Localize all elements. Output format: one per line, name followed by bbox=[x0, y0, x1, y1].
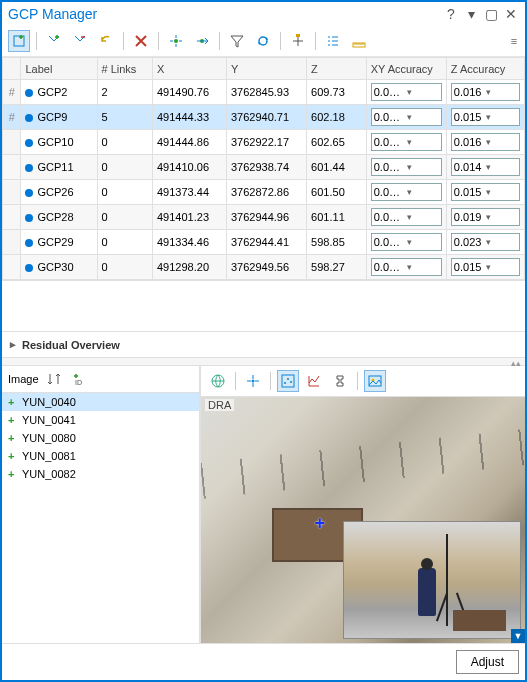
titlebar: GCP Manager ? ▾ ▢ ✕ bbox=[2, 2, 525, 26]
viewer-scene-fence bbox=[201, 429, 525, 499]
measure-button[interactable] bbox=[348, 30, 370, 52]
zoom-to-all-button[interactable] bbox=[191, 30, 213, 52]
chevron-right-icon: ▸ bbox=[10, 338, 16, 351]
table-blank-area bbox=[2, 281, 525, 331]
image-viewer[interactable]: DRA + ▼ bbox=[201, 397, 525, 643]
globe-button[interactable] bbox=[207, 370, 229, 392]
cell-zacc[interactable]: 0.019▾ bbox=[446, 205, 524, 230]
col-label[interactable]: Label bbox=[21, 58, 97, 80]
status-dot-icon bbox=[25, 264, 33, 272]
export-gcps-button[interactable] bbox=[69, 30, 91, 52]
maximize-icon[interactable]: ▢ bbox=[483, 6, 499, 22]
image-list-item[interactable]: +YUN_0080 bbox=[2, 429, 199, 447]
cell-xyacc[interactable]: 0.00781025▾ bbox=[366, 255, 446, 280]
undo-button[interactable] bbox=[95, 30, 117, 52]
table-row[interactable]: GCP260491373.443762872.86601.500.0078102… bbox=[3, 180, 525, 205]
col-zacc[interactable]: Z Accuracy bbox=[446, 58, 524, 80]
chevron-down-icon[interactable]: ▾ bbox=[407, 162, 439, 172]
chevron-down-icon[interactable]: ▾ bbox=[407, 262, 439, 272]
table-row[interactable]: GCP280491401.233762944.96601.110.0106301… bbox=[3, 205, 525, 230]
image-name: YUN_0082 bbox=[22, 468, 76, 480]
image-list-item[interactable]: +YUN_0040 bbox=[2, 393, 199, 411]
help-icon[interactable]: ? bbox=[443, 6, 459, 22]
svg-point-7 bbox=[252, 380, 255, 383]
cell-xyacc[interactable]: 0.00781025▾ bbox=[366, 155, 446, 180]
refresh-button[interactable] bbox=[252, 30, 274, 52]
cell-xyacc[interactable]: 0.008602325▾ bbox=[366, 130, 446, 155]
row-marker: # bbox=[3, 105, 21, 130]
cell-zacc[interactable]: 0.016▾ bbox=[446, 80, 524, 105]
table-row[interactable]: GCP110491410.063762938.74601.440.0078102… bbox=[3, 155, 525, 180]
sort-images-button[interactable] bbox=[45, 370, 63, 388]
viewer-dropdown-button[interactable]: ▼ bbox=[511, 629, 525, 643]
image-list-item[interactable]: +YUN_0081 bbox=[2, 447, 199, 465]
table-row[interactable]: GCP100491444.863762922.17602.650.0086023… bbox=[3, 130, 525, 155]
cell-y: 3762872.86 bbox=[226, 180, 306, 205]
cell-xyacc[interactable]: 0.00781025▾ bbox=[366, 180, 446, 205]
cell-xyacc[interactable]: 0.006403124▾ bbox=[366, 80, 446, 105]
chevron-down-icon[interactable]: ▾ bbox=[486, 187, 517, 197]
list-view-button[interactable] bbox=[322, 30, 344, 52]
scatter-view-button[interactable] bbox=[277, 370, 299, 392]
residual-overview-header[interactable]: ▸ Residual Overview bbox=[2, 331, 525, 358]
chevron-down-icon[interactable]: ▾ bbox=[486, 237, 517, 247]
cell-xyacc[interactable]: 0.008602325▾ bbox=[366, 105, 446, 130]
chevron-down-icon[interactable]: ▾ bbox=[407, 237, 439, 247]
cell-xyacc[interactable]: 0.012806248▾ bbox=[366, 230, 446, 255]
row-marker bbox=[3, 230, 21, 255]
add-gcp-button[interactable] bbox=[8, 30, 30, 52]
table-row[interactable]: #GCP22491490.763762845.93609.730.0064031… bbox=[3, 80, 525, 105]
col-xyacc[interactable]: XY Accuracy bbox=[366, 58, 446, 80]
image-view-button[interactable] bbox=[364, 370, 386, 392]
chevron-down-icon[interactable]: ▾ bbox=[486, 262, 517, 272]
profile-view-button[interactable] bbox=[303, 370, 325, 392]
inset-person bbox=[418, 568, 436, 616]
chevron-down-icon[interactable]: ▾ bbox=[407, 137, 439, 147]
plus-icon: + bbox=[8, 414, 18, 426]
close-icon[interactable]: ✕ bbox=[503, 6, 519, 22]
col-z[interactable]: Z bbox=[307, 58, 367, 80]
cell-zacc[interactable]: 0.014▾ bbox=[446, 155, 524, 180]
chevron-down-icon[interactable]: ▾ bbox=[407, 112, 439, 122]
delete-button[interactable] bbox=[130, 30, 152, 52]
table-row[interactable]: #GCP95491444.333762940.71602.180.0086023… bbox=[3, 105, 525, 130]
image-list-item[interactable]: +YUN_0041 bbox=[2, 411, 199, 429]
cell-zacc[interactable]: 0.015▾ bbox=[446, 180, 524, 205]
import-gcps-button[interactable] bbox=[43, 30, 65, 52]
toolbar-menu-button[interactable]: ≡ bbox=[509, 35, 519, 47]
image-list-item[interactable]: +YUN_0082 bbox=[2, 465, 199, 483]
cell-xyacc[interactable]: 0.010630148▾ bbox=[366, 205, 446, 230]
col-x[interactable]: X bbox=[153, 58, 227, 80]
table-row[interactable]: GCP290491334.463762944.41598.850.0128062… bbox=[3, 230, 525, 255]
svg-point-10 bbox=[287, 378, 289, 380]
cell-y: 3762944.96 bbox=[226, 205, 306, 230]
chevron-down-icon[interactable]: ▾ bbox=[486, 87, 517, 97]
col-y[interactable]: Y bbox=[226, 58, 306, 80]
chevron-down-icon[interactable]: ▾ bbox=[486, 212, 517, 222]
table-row[interactable]: GCP300491298.203762949.56598.270.0078102… bbox=[3, 255, 525, 280]
cell-zacc[interactable]: 0.015▾ bbox=[446, 105, 524, 130]
col-links[interactable]: # Links bbox=[97, 58, 152, 80]
dropdown-icon[interactable]: ▾ bbox=[463, 6, 479, 22]
plus-icon: + bbox=[8, 396, 18, 408]
pane-collapse-bar[interactable]: ▴▴ bbox=[2, 358, 525, 366]
adjust-button[interactable]: Adjust bbox=[456, 650, 519, 674]
zoom-to-gcp-button[interactable] bbox=[165, 30, 187, 52]
compute-button[interactable] bbox=[287, 30, 309, 52]
image-list-header[interactable]: Image bbox=[8, 373, 39, 385]
cell-z: 601.11 bbox=[307, 205, 367, 230]
add-image-id-button[interactable]: ID bbox=[69, 370, 87, 388]
cell-zacc[interactable]: 0.023▾ bbox=[446, 230, 524, 255]
cell-zacc[interactable]: 0.015▾ bbox=[446, 255, 524, 280]
chevron-down-icon[interactable]: ▾ bbox=[486, 112, 517, 122]
chevron-down-icon[interactable]: ▾ bbox=[407, 87, 439, 97]
inset-photo[interactable] bbox=[343, 521, 521, 639]
target-button[interactable] bbox=[242, 370, 264, 392]
filter-button[interactable] bbox=[226, 30, 248, 52]
chevron-down-icon[interactable]: ▾ bbox=[407, 187, 439, 197]
chevron-down-icon[interactable]: ▾ bbox=[407, 212, 439, 222]
cell-zacc[interactable]: 0.016▾ bbox=[446, 130, 524, 155]
chevron-down-icon[interactable]: ▾ bbox=[486, 137, 517, 147]
link-button[interactable] bbox=[329, 370, 351, 392]
chevron-down-icon[interactable]: ▾ bbox=[486, 162, 517, 172]
